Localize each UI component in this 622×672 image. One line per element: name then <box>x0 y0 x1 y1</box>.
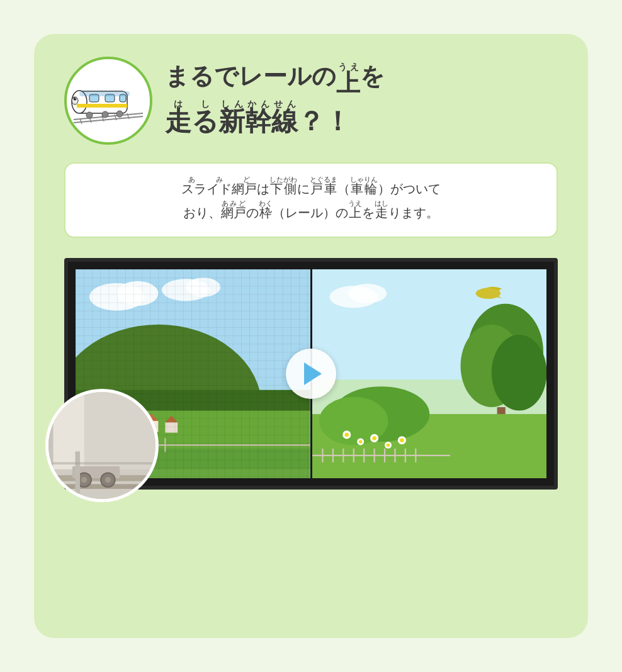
svg-point-93 <box>105 477 111 483</box>
photo-inner <box>48 392 156 499</box>
svg-rect-95 <box>76 451 81 499</box>
video-container <box>64 258 558 490</box>
svg-point-68 <box>372 436 376 440</box>
desc-toguruma: 戸車とぐるま <box>310 176 337 200</box>
svg-point-66 <box>358 440 361 443</box>
svg-point-58 <box>491 335 546 411</box>
svg-point-72 <box>400 438 404 442</box>
svg-point-91 <box>81 477 87 483</box>
svg-rect-96 <box>48 462 156 464</box>
desc-amido2: 網戸あみど <box>221 200 246 224</box>
description-line2: おり、 網戸あみど の 枠わく （レール）の 上うえ を 走はし ります。 <box>91 200 531 224</box>
play-button[interactable] <box>286 349 336 399</box>
svg-point-15 <box>75 98 76 99</box>
title-line1: まるでレールの 上 うえ を <box>165 62 385 98</box>
photo-rail-svg <box>48 389 156 502</box>
desc-sharin: 車輪しゃりん <box>350 176 378 200</box>
video-right-panel <box>312 269 547 478</box>
photo-circle <box>45 389 159 502</box>
svg-point-14 <box>74 98 77 101</box>
svg-line-1 <box>74 116 143 123</box>
desc-hashiri: 走はし <box>375 200 388 224</box>
main-card: まるでレールの 上 うえ を 走る はし 新幹線 しんかんせん ？！ <box>34 34 588 638</box>
right-scene-svg <box>312 269 547 478</box>
train-icon-circle <box>64 57 152 145</box>
train-illustration <box>71 72 146 129</box>
description-line1: スライド網戸あみど は 下側したがわ に 戸車とぐるま （ 車輪しゃりん ）がつ… <box>91 176 531 200</box>
svg-point-19 <box>116 111 123 117</box>
svg-rect-16 <box>79 91 130 96</box>
title-kanji-ue: 上 うえ <box>336 62 360 98</box>
title-text-main: まるでレールの <box>165 62 336 91</box>
description-box: スライド網戸あみど は 下側したがわ に 戸車とぐるま （ 車輪しゃりん ）がつ… <box>64 162 558 238</box>
desc-waku: 枠わく <box>259 200 273 224</box>
title-line2: 走る はし 新幹線 しんかんせん ？！ <box>165 99 385 139</box>
svg-point-55 <box>348 284 386 303</box>
svg-point-17 <box>86 112 93 118</box>
desc-shitawa: 下側したがわ <box>269 176 297 200</box>
svg-point-18 <box>102 111 108 118</box>
desc-amido1: スライド網戸あみど <box>181 176 257 200</box>
title-block: まるでレールの 上 うえ を 走る はし 新幹線 しんかんせん ？！ <box>165 62 385 139</box>
title-hashiru: 走る はし <box>165 99 218 139</box>
svg-rect-12 <box>77 104 127 108</box>
title-shinkansen: 新幹線 しんかんせん <box>218 99 298 139</box>
svg-point-64 <box>344 433 349 437</box>
play-triangle-icon <box>304 362 322 385</box>
header: まるでレールの 上 うえ を 走る はし 新幹線 しんかんせん ？！ <box>64 57 558 145</box>
svg-point-53 <box>475 288 500 300</box>
svg-rect-94 <box>48 392 54 499</box>
title-exclaim: ？！ <box>298 104 351 139</box>
title-wo: を <box>360 62 385 91</box>
desc-ue: 上うえ <box>348 200 362 224</box>
svg-point-70 <box>386 444 389 447</box>
desc-text1: は <box>257 177 269 200</box>
